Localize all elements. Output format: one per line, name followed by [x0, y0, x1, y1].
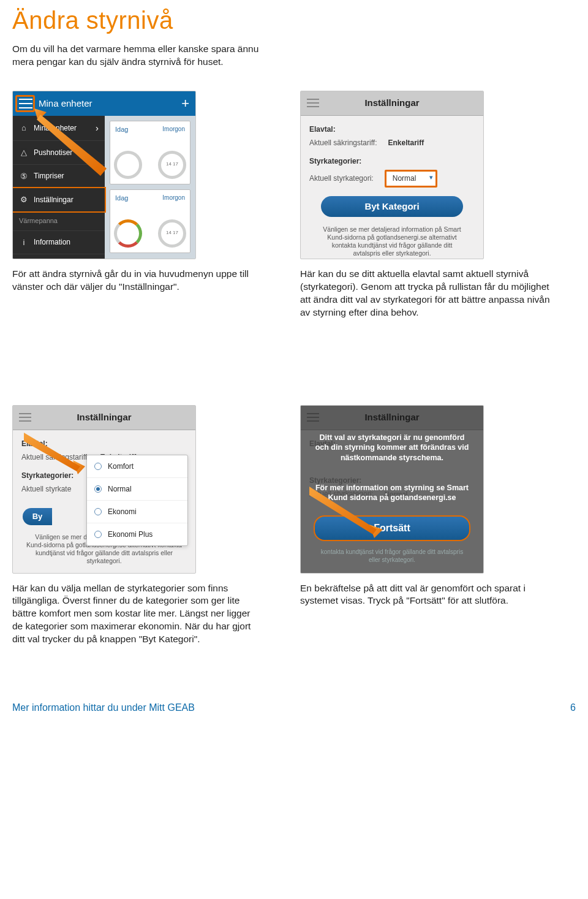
callout-arrow-icon [34, 108, 114, 188]
styrkategori-select[interactable]: Normal [385, 170, 438, 187]
info-icon: i [19, 237, 29, 248]
gauge-ring [114, 219, 142, 248]
menu-item-information[interactable]: i Information [13, 231, 105, 255]
settings-body: Elavtal: Aktuell säkringstariff: Enkelta… [301, 116, 483, 259]
menu-item-installningar[interactable]: ⚙ Inställningar [12, 187, 106, 213]
label-styrkategorier: Styrkategorier: [309, 156, 475, 166]
header-title: Inställningar [364, 97, 419, 109]
radio-icon [94, 463, 102, 470]
tile-label: Imorgon [162, 125, 185, 134]
option-ekonomi-plus[interactable]: Ekonomi Plus [87, 523, 187, 545]
gauge-ring: 14 17 [158, 219, 186, 248]
bell-icon: △ [19, 147, 29, 158]
menu-item-hjalp[interactable]: ? Hjälp [13, 254, 105, 259]
option-label: Ekonomi [108, 507, 137, 517]
device-tile[interactable]: Idag Imorgon 14 17 [110, 121, 190, 184]
footer-link[interactable]: Mer information hittar du under Mitt GEA… [12, 701, 195, 715]
mock-1-menu-screenshot: Mina enheter + ⌂ Mina enheter › △ Pushno… [12, 91, 196, 259]
option-ekonomi[interactable]: Ekonomi [87, 501, 187, 523]
svg-marker-1 [37, 115, 107, 176]
caption-3: Här kan du välja mellan de styrkategorie… [12, 582, 263, 647]
mock-2-settings-screenshot: Inställningar Elavtal: Aktuell säkringst… [300, 91, 484, 259]
confirmation-message-1: Ditt val av styrkategori är nu genomförd… [301, 433, 483, 464]
radio-icon [94, 485, 102, 493]
app-header: Inställningar [13, 406, 195, 430]
header-title: Inställningar [77, 411, 131, 423]
gear-icon: ⚙ [19, 194, 29, 205]
option-normal[interactable]: Normal [87, 478, 187, 501]
tile-label: Imorgon [162, 194, 185, 202]
menu-label: Inställningar [34, 195, 74, 205]
page-title: Ändra styrnivå [12, 0, 576, 43]
highlight-hamburger [15, 95, 35, 112]
byt-kategori-button[interactable]: Byt Kategori [321, 196, 463, 217]
byt-kategori-button-partial[interactable]: By [23, 508, 52, 525]
label-styrkategori: Aktuell styrkate [21, 484, 71, 494]
caption-2: Här kan du se ditt aktuella elavtal samt… [300, 268, 551, 319]
option-label: Normal [108, 484, 132, 494]
add-icon[interactable]: + [181, 94, 189, 113]
page-number: 6 [570, 701, 576, 715]
styrkategori-popup: Komfort Normal Ekonomi Ekonomi Plus [86, 455, 188, 547]
label-elavtal: Elavtal: [309, 124, 475, 134]
hamburger-icon[interactable] [19, 413, 31, 422]
caption-4: En bekräftelse på att ditt val är genomf… [300, 582, 551, 608]
menu-label: Information [34, 237, 70, 247]
device-tile[interactable]: Idag Imorgon 14 17 [110, 189, 190, 253]
intro-text: Om du vill ha det varmare hemma eller ka… [12, 43, 276, 69]
svg-marker-3 [24, 433, 80, 471]
label-tariff: Aktuell säkringstariff: [309, 138, 377, 148]
menu-subheading-varmepanna: Värmepanna [13, 211, 105, 231]
gauge-ring [114, 151, 142, 179]
svg-marker-5 [309, 487, 377, 534]
mock-3-dropdown-screenshot: Inställningar Elavtal: Aktuell säkringst… [12, 405, 196, 574]
home-icon: ⌂ [19, 123, 29, 134]
hamburger-icon[interactable] [307, 99, 319, 107]
settings-footer-text: kontakta kundtjänst vid frågor gällande … [301, 548, 483, 564]
callout-arrow-icon [24, 433, 91, 482]
option-label: Komfort [108, 461, 134, 471]
label-styrkategori: Aktuell styrkategori: [309, 173, 374, 183]
tile-label: Idag [115, 126, 128, 133]
value-tariff: Enkeltariff [388, 138, 424, 148]
tiles-area: Idag Imorgon 14 17 Idag Imorgon 14 17 [105, 116, 195, 259]
gauge-ring: 14 17 [158, 151, 186, 179]
option-label: Ekonomi Plus [108, 529, 153, 539]
app-header: Inställningar [301, 91, 483, 116]
tile-label: Idag [115, 194, 128, 202]
settings-footer-text: Vänligen se mer detaljerad information p… [309, 222, 475, 259]
callout-arrow-icon [309, 487, 389, 542]
radio-icon [94, 508, 102, 515]
mock-4-confirmation-screenshot: Inställningar Elavtal: Styrkategorier: A… [300, 405, 484, 574]
radio-icon [94, 531, 102, 538]
option-komfort[interactable]: Komfort [87, 455, 187, 478]
caption-1: För att ändra styrnivå går du in via huv… [12, 268, 263, 294]
price-icon: ⑤ [19, 171, 29, 182]
